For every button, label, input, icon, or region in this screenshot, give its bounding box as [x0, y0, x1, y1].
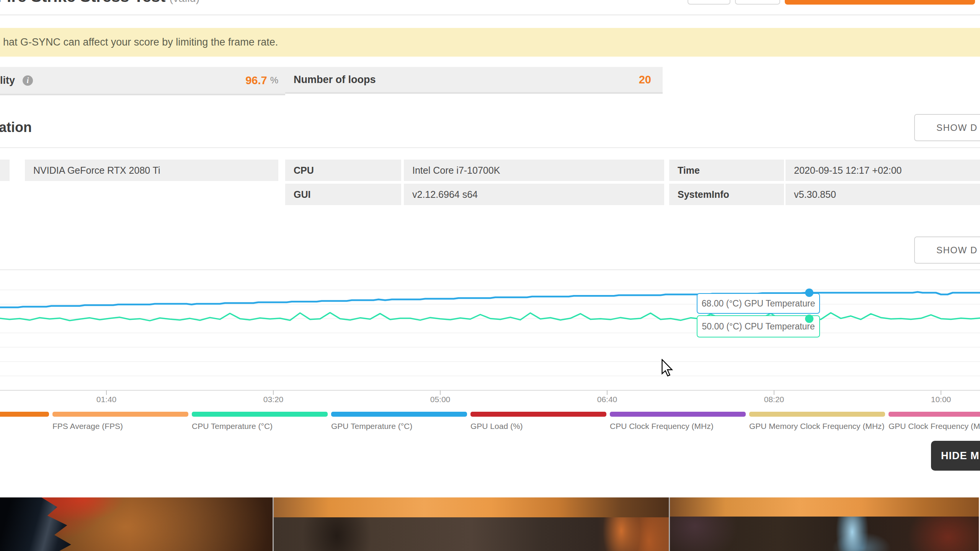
page-title-text: Fire Strike Stress Test	[0, 0, 165, 5]
stability-stat-box: lity i 96.7 %	[0, 67, 285, 95]
x-tick-label: 05:00	[430, 395, 451, 404]
header-divider	[0, 15, 980, 15]
legend-color-bar	[52, 412, 188, 417]
stability-value: 96.7	[245, 74, 267, 87]
legend-item-gpu-memory-clock[interactable]: GPU Memory Clock Frequency (MHz)	[749, 412, 885, 431]
cpu-value-cell: Intel Core i7-10700K	[404, 160, 664, 181]
x-axis-line	[0, 390, 980, 391]
marker-dot-gpu-temperature-c-	[805, 289, 813, 297]
page-title: Fire Strike Stress Test(valid)	[0, 0, 199, 6]
systeminfo-label-cell: SystemInfo	[669, 184, 784, 205]
marker-dot-cpu-temperature-c-	[805, 315, 813, 323]
legend-color-bar	[889, 412, 980, 417]
loops-stat-box: Number of loops 20	[285, 67, 663, 94]
screenshot-thumbnail-1[interactable]	[0, 497, 273, 551]
x-tick-label: 06:40	[597, 395, 617, 404]
lava-rock-image-detail	[0, 497, 99, 551]
x-tick	[774, 390, 774, 395]
x-tick	[607, 390, 608, 395]
legend-label: GPU Temperature (°C)	[331, 422, 467, 431]
gpu-label-cell-cut	[0, 160, 10, 181]
loops-label: Number of loops	[294, 74, 376, 86]
legend-color-bar	[470, 412, 606, 417]
hide-monitoring-button[interactable]: HIDE M	[931, 441, 980, 471]
gui-value-cell: v2.12.6964 s64	[404, 184, 664, 205]
x-tick	[106, 390, 107, 395]
legend-label: GPU Memory Clock Frequency (MHz)	[749, 422, 885, 431]
systeminfo-value-cell: v5.30.850	[786, 184, 980, 205]
gpu-temperature-tooltip: 68.00 (°C) GPU Temperature	[697, 293, 820, 314]
chart-legend: FPS Average (FPS)CPU Temperature (°C)GPU…	[0, 412, 980, 431]
legend-color-bar	[610, 412, 746, 417]
legend-item-fps-average[interactable]: FPS Average (FPS)	[52, 412, 188, 431]
header-button-2[interactable]	[735, 0, 780, 5]
page-title-badge: (valid)	[169, 0, 199, 4]
legend-item-gpu-temperature[interactable]: GPU Temperature (°C)	[331, 412, 467, 431]
gui-label-cell: GUI	[285, 184, 401, 205]
series-line-gpu-temperature-c-	[0, 292, 980, 307]
header-primary-button[interactable]	[785, 0, 975, 5]
legend-item-fps[interactable]	[0, 412, 49, 431]
legend-label: CPU Temperature (°C)	[192, 422, 328, 431]
system-information-heading: ation	[0, 119, 32, 135]
stability-label: lity	[0, 75, 15, 86]
x-tick-label: 10:00	[931, 395, 951, 404]
screenshot-strip	[0, 497, 980, 551]
gsync-warning-text: hat G-SYNC can affect your score by limi…	[3, 36, 278, 48]
series-line-cpu-temperature-c-	[0, 313, 980, 321]
x-tick-label: 01:40	[96, 395, 117, 404]
loops-value: 20	[639, 73, 651, 86]
header-button-1[interactable]	[688, 0, 730, 5]
cpu-temperature-tooltip: 50.00 (°C) CPU Temperature	[697, 315, 820, 337]
results-page: Fire Strike Stress Test(valid) hat G-SYN…	[0, 0, 980, 551]
legend-item-cpu-clock[interactable]: CPU Clock Frequency (MHz)	[610, 412, 746, 431]
x-tick-label: 08:20	[764, 395, 784, 404]
legend-item-cpu-temperature[interactable]: CPU Temperature (°C)	[192, 412, 328, 431]
cpu-label-cell: CPU	[285, 160, 401, 181]
show-details-button-monitoring[interactable]: SHOW D	[914, 236, 980, 264]
legend-label: FPS Average (FPS)	[52, 422, 188, 431]
gpu-value-cell: NVIDIA GeForce RTX 2080 Ti	[25, 160, 278, 181]
legend-item-gpu-clock[interactable]: GPU Clock Frequency (MH	[889, 412, 980, 431]
x-tick-label: 03:20	[263, 395, 284, 404]
info-icon[interactable]: i	[23, 75, 33, 86]
legend-color-bar	[0, 412, 49, 417]
legend-color-bar	[749, 412, 885, 417]
time-value-cell: 2020-09-15 12:17 +02:00	[786, 160, 980, 181]
monitoring-chart[interactable]	[0, 270, 980, 390]
legend-label: CPU Clock Frequency (MHz)	[610, 422, 746, 431]
stability-unit: %	[270, 75, 278, 86]
section-divider	[0, 147, 980, 148]
legend-item-gpu-load[interactable]: GPU Load (%)	[470, 412, 606, 431]
mouse-cursor-icon	[662, 359, 673, 378]
legend-label: GPU Load (%)	[470, 422, 606, 431]
x-tick	[273, 390, 274, 395]
legend-label: GPU Clock Frequency (MH	[889, 422, 980, 431]
x-tick	[941, 390, 941, 395]
time-label-cell: Time	[669, 160, 784, 181]
legend-color-bar	[331, 412, 467, 417]
show-details-button-system[interactable]: SHOW D	[914, 114, 980, 141]
screenshot-thumbnail-3[interactable]	[669, 497, 979, 551]
screenshot-thumbnail-2[interactable]	[273, 497, 669, 551]
gsync-warning-banner: hat G-SYNC can affect your score by limi…	[0, 28, 980, 57]
x-tick	[440, 390, 441, 395]
legend-color-bar	[192, 412, 328, 417]
